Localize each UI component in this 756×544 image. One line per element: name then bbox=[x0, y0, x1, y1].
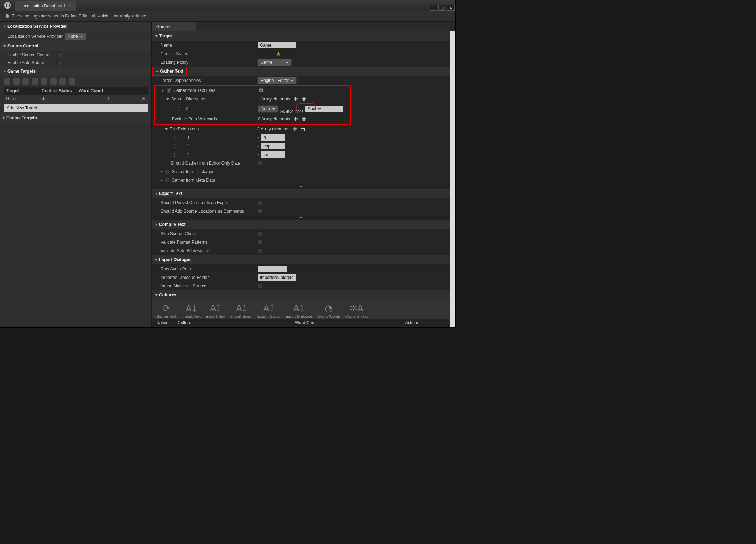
import-text-button[interactable]: A⤵Import Text bbox=[182, 303, 201, 318]
action-icon[interactable] bbox=[400, 327, 405, 327]
section-expander-icon[interactable] bbox=[152, 216, 450, 220]
section-compile-text[interactable]: Compile Text bbox=[152, 220, 450, 229]
section-cultures[interactable]: Cultures bbox=[152, 290, 450, 300]
target-row-game[interactable]: Game ⚠ 0 ✕ bbox=[4, 95, 148, 103]
warning-icon: ⚠ bbox=[42, 96, 46, 101]
clear-array-icon[interactable]: 🗑 bbox=[301, 126, 306, 132]
checkbox-persist-comments[interactable] bbox=[257, 200, 262, 205]
label-skip-source-check: Skip Source Check bbox=[155, 231, 257, 236]
tool-icon[interactable] bbox=[50, 78, 57, 85]
section-target[interactable]: Target bbox=[152, 31, 450, 41]
add-new-target-button[interactable]: Add New Target bbox=[4, 104, 148, 112]
section-export-text[interactable]: Export Text bbox=[152, 189, 450, 198]
checkbox-validate-safe-whitespace[interactable] bbox=[257, 248, 262, 253]
col-wordcount: Word Count bbox=[79, 88, 146, 93]
add-element-icon[interactable]: ✚ bbox=[293, 126, 297, 132]
action-icon[interactable] bbox=[414, 327, 419, 327]
input-raw-audio-path[interactable] bbox=[257, 265, 287, 273]
input-ext-2[interactable]: ini bbox=[261, 151, 286, 158]
label-search-directories: Search Directories bbox=[158, 97, 258, 102]
gather-text-button[interactable]: ⟳Gather Text bbox=[156, 303, 177, 318]
import-dialogue-button[interactable]: A⤵Import Dialogue bbox=[285, 303, 313, 318]
section-localization-service-provider[interactable]: Localization Service Provider bbox=[0, 22, 151, 31]
browse-icon[interactable]: ⋯ bbox=[346, 106, 351, 112]
label-persist-comments: Should Persist Comments on Export bbox=[155, 200, 257, 205]
gear-icon[interactable] bbox=[258, 88, 264, 93]
input-imported-dialogue-folder[interactable]: ImportedDialogue bbox=[257, 274, 296, 281]
scrollbar[interactable] bbox=[450, 31, 455, 327]
culture-row-english[interactable]: ◉ English 0 (0%) ✕ bbox=[154, 326, 448, 327]
dropdown-target-dependencies[interactable]: Engine Editor bbox=[257, 77, 297, 84]
dropdown-path-mode[interactable]: Auto bbox=[258, 105, 278, 113]
tool-icon[interactable] bbox=[13, 78, 20, 85]
close-icon[interactable]: × bbox=[68, 4, 71, 9]
checkbox-gather-from-text-files[interactable] bbox=[166, 88, 171, 93]
add-element-icon[interactable]: ✚ bbox=[294, 116, 298, 122]
chevron-down-icon bbox=[161, 90, 164, 92]
chevron-down-icon bbox=[285, 62, 288, 63]
label-loc-service-provider: Localization Service Provider bbox=[7, 34, 64, 39]
checkbox-gather-from-meta[interactable] bbox=[164, 178, 169, 183]
tool-icon[interactable] bbox=[32, 78, 38, 85]
label-src-loc-comments: Should Add Source Locations as Comments bbox=[155, 209, 257, 214]
checkbox-gather-from-packages[interactable] bbox=[164, 169, 169, 174]
checkbox-skip-source-check[interactable] bbox=[257, 231, 262, 236]
chevron-down-icon bbox=[155, 193, 158, 195]
remove-target-icon[interactable]: ✕ bbox=[140, 96, 146, 101]
native-radio-icon[interactable]: ◉ bbox=[165, 327, 169, 327]
section-source-control[interactable]: Source Control bbox=[0, 41, 151, 51]
count-words-button[interactable]: ◔Count Words bbox=[317, 303, 340, 318]
action-icon[interactable] bbox=[407, 327, 412, 327]
input-ext-0[interactable]: h bbox=[261, 134, 286, 141]
remove-culture-icon[interactable]: ✕ bbox=[442, 327, 446, 327]
col-target: Target bbox=[6, 88, 42, 93]
add-element-icon[interactable]: ✚ bbox=[294, 96, 298, 102]
input-target-name[interactable]: Game bbox=[257, 42, 296, 49]
action-icon[interactable] bbox=[428, 327, 433, 327]
checkbox-enable-source-control[interactable] bbox=[57, 52, 62, 57]
checkbox-src-loc-comments[interactable] bbox=[257, 209, 262, 214]
section-expander-icon[interactable] bbox=[152, 185, 450, 189]
label-ext-index-1: ⋮⋮ 1 bbox=[155, 144, 257, 149]
tab-localization-dashboard[interactable]: Localization Dashboard × bbox=[15, 1, 76, 11]
export-script-button[interactable]: A⤴Export Script bbox=[257, 303, 280, 318]
checkbox-import-native-as-source[interactable] bbox=[257, 284, 262, 289]
import-script-button[interactable]: A⤵Import Script bbox=[230, 303, 252, 318]
tool-icon[interactable] bbox=[4, 78, 10, 85]
input-ext-1[interactable]: cpp bbox=[261, 143, 286, 150]
action-icon[interactable] bbox=[393, 327, 398, 327]
tab-game[interactable]: Game bbox=[152, 22, 196, 31]
chevron-down-icon bbox=[155, 294, 158, 296]
export-text-button[interactable]: A⤴Export Text bbox=[206, 303, 225, 318]
checkbox-enable-auto-submit[interactable] bbox=[57, 60, 62, 65]
section-game-targets[interactable]: Game Targets bbox=[0, 67, 151, 76]
action-icon[interactable] bbox=[421, 327, 426, 327]
checkbox-gather-editor-only[interactable] bbox=[257, 161, 262, 166]
chevron-down-icon bbox=[155, 224, 158, 226]
checkbox-validate-format-patterns[interactable] bbox=[257, 240, 262, 245]
clear-array-icon[interactable]: 🗑 bbox=[301, 96, 306, 102]
minimize-button[interactable]: ─ bbox=[430, 5, 437, 11]
section-gather-text[interactable]: Gather Text bbox=[152, 67, 450, 76]
section-engine-targets[interactable]: Engine Targets bbox=[0, 113, 151, 123]
info-text: These settings are saved in DefaultEdito… bbox=[12, 14, 147, 19]
chevron-down-icon bbox=[3, 71, 6, 72]
chevron-down-icon bbox=[156, 71, 158, 72]
browse-icon[interactable]: ⋯ bbox=[289, 266, 294, 272]
action-icon[interactable] bbox=[435, 327, 440, 327]
tool-icon[interactable] bbox=[22, 78, 29, 85]
col-wordcount: Word Count bbox=[235, 320, 378, 325]
tool-icon[interactable] bbox=[59, 78, 66, 85]
compile-text-button[interactable]: ✲ACompile Text bbox=[345, 303, 368, 318]
clear-array-icon[interactable]: 🗑 bbox=[301, 116, 306, 122]
action-icon[interactable] bbox=[385, 327, 390, 327]
tool-icon[interactable] bbox=[41, 78, 47, 85]
dropdown-loc-service-provider[interactable]: None bbox=[64, 33, 86, 40]
maximize-button[interactable]: ▢ bbox=[438, 5, 446, 11]
tool-icon[interactable] bbox=[69, 78, 75, 85]
section-import-dialogue[interactable]: Import Dialogue bbox=[152, 255, 450, 265]
label-ext-index-2: ⋮⋮ 2 bbox=[155, 152, 257, 157]
close-button[interactable]: ✕ bbox=[447, 5, 455, 11]
input-search-dir[interactable]: Source bbox=[305, 105, 343, 113]
dropdown-loading-policy[interactable]: Game bbox=[257, 59, 292, 66]
